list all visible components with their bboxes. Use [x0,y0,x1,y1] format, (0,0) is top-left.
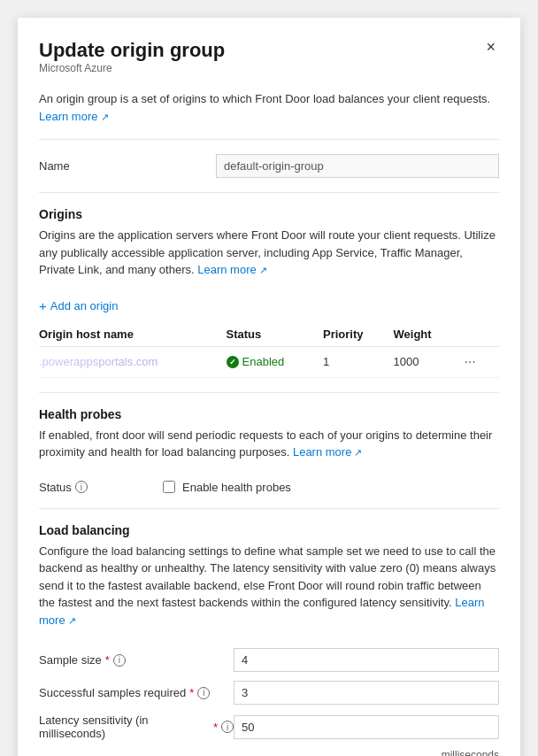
origin-priority-cell: 1 [323,346,393,377]
successful-samples-input[interactable] [234,681,499,705]
load-balancing-description: Configure the load balancing settings to… [39,543,499,629]
health-probes-section: Health probes If enabled, front door wil… [39,407,499,494]
latency-sensitivity-input[interactable] [234,715,499,739]
divider-1 [39,139,499,140]
status-dot-icon [227,356,239,368]
panel-header: Update origin group Microsoft Azure × [39,39,499,89]
successful-samples-label: Successful samples required * i [39,686,234,699]
status-text: Enabled [242,355,285,368]
health-checkbox-area: Enable health probes [163,481,499,494]
health-status-row: Status i Enable health probes [39,481,499,494]
enable-health-probes-label: Enable health probes [182,481,291,494]
health-learn-more-link[interactable]: Learn more [293,445,363,459]
table-body: .powerappsportals.com Enabled 1 1000 ··· [39,346,499,377]
successful-samples-required: * [189,686,194,699]
health-status-info-icon[interactable]: i [75,481,88,493]
name-row: Name [39,154,499,178]
latency-sensitivity-row: Latency sensitivity (in milliseconds) * … [39,714,499,740]
origin-hostname-link[interactable]: .powerappsportals.com [39,355,158,368]
add-origin-button[interactable]: + Add an origin [39,298,118,313]
name-input[interactable] [216,154,499,178]
divider-4 [39,508,499,509]
sample-size-label: Sample size * i [39,653,234,667]
table-header: Origin host name Status Priority Weight [39,322,499,347]
col-host: Origin host name [39,322,227,347]
sample-size-row: Sample size * i [39,648,499,672]
intro-description: An origin group is a set of origins to w… [39,90,499,125]
sample-size-input[interactable] [234,648,499,672]
latency-info-icon[interactable]: i [221,721,234,733]
origins-table: Origin host name Status Priority Weight … [39,322,499,378]
latency-sensitivity-label: Latency sensitivity (in milliseconds) * … [39,714,234,740]
add-origin-label: Add an origin [50,299,119,312]
origins-section-title: Origins [39,207,499,221]
origins-description: Origins are the application servers wher… [39,227,499,279]
panel-title: Update origin group [39,39,225,62]
panel-subtitle: Microsoft Azure [39,62,225,74]
health-status-label: Status i [39,481,163,494]
divider-2 [39,192,499,193]
status-enabled-indicator: Enabled [227,355,317,368]
load-balancing-title: Load balancing [39,523,499,537]
col-actions [460,322,499,347]
plus-icon: + [39,298,47,313]
name-label: Name [39,159,216,173]
health-probes-title: Health probes [39,407,499,421]
origin-weight-cell: 1000 [394,346,461,377]
col-status: Status [227,322,324,347]
more-options-button[interactable]: ··· [460,354,479,370]
close-button[interactable]: × [482,39,499,55]
successful-samples-row: Successful samples required * i [39,681,499,705]
sample-size-info-icon[interactable]: i [113,654,126,667]
col-priority: Priority [323,322,393,347]
origins-learn-more-link[interactable]: Learn more [197,263,267,276]
origin-host-cell: .powerappsportals.com [39,346,227,377]
origin-actions-cell: ··· [460,346,499,377]
enable-health-probes-checkbox[interactable] [163,481,175,493]
divider-3 [39,392,499,393]
col-weight: Weight [394,322,461,347]
milliseconds-note: milliseconds [39,749,499,756]
health-probes-description: If enabled, front door will send periodi… [39,427,499,461]
intro-learn-more-link[interactable]: Learn more [39,110,109,123]
latency-required: * [213,721,218,734]
table-row: .powerappsportals.com Enabled 1 1000 ··· [39,346,499,377]
update-origin-group-panel: Update origin group Microsoft Azure × An… [18,18,520,756]
successful-samples-info-icon[interactable]: i [197,687,210,699]
sample-size-required: * [105,653,110,667]
origin-status-cell: Enabled [227,346,324,377]
title-block: Update origin group Microsoft Azure [39,39,225,89]
load-balancing-section: Load balancing Configure the load balanc… [39,523,499,757]
